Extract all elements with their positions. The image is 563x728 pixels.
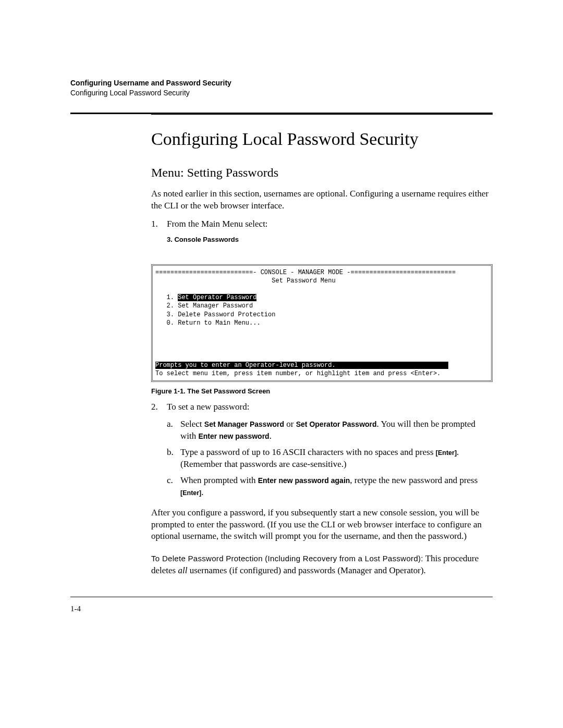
prompt-line: Prompts you to enter an Operator-level p…: [155, 362, 448, 369]
substep-text: Type a password of up to 16 ASCII charac…: [180, 447, 493, 471]
intro-paragraph: As noted earlier in this section, userna…: [151, 188, 493, 212]
console-text: ==========================- CONSOLE - MA…: [155, 268, 488, 378]
step-2: 2. To set a new password:: [151, 401, 493, 413]
figure-caption: Figure 1-1. The Set Password Screen: [151, 387, 493, 395]
subsection-heading: Menu: Setting Passwords: [151, 166, 493, 180]
step-number: 2.: [151, 401, 167, 413]
section-title-header: Configuring Local Password Security: [70, 88, 493, 98]
section-heading: Configuring Local Password Security: [151, 129, 493, 149]
page-footer: 1-4: [70, 597, 493, 613]
step-text: To set a new password:: [167, 401, 493, 413]
document-page: Configuring Username and Password Securi…: [0, 0, 563, 728]
after-paragraph: After you configure a password, if you s…: [151, 507, 493, 543]
console-screenshot: ==========================- CONSOLE - MA…: [151, 264, 493, 382]
substep-text: Select Set Manager Password or Set Opera…: [180, 418, 493, 442]
selected-menu-item: Set Operator Password: [178, 294, 256, 301]
substep-letter: b.: [167, 447, 180, 471]
substep-letter: c.: [167, 475, 180, 499]
chapter-title: Configuring Username and Password Securi…: [70, 78, 493, 88]
page-number: 1-4: [70, 604, 493, 613]
step-list: 1. From the Main Menu select:: [151, 218, 493, 230]
content-top-rule: [151, 114, 493, 115]
running-header: Configuring Username and Password Securi…: [70, 78, 493, 98]
footer-rule: [70, 597, 493, 597]
step-text: From the Main Menu select:: [167, 218, 493, 230]
substep-a: a. Select Set Manager Password or Set Op…: [167, 418, 493, 442]
content-column: Configuring Local Password Security Menu…: [151, 114, 493, 577]
step-number: 1.: [151, 218, 167, 230]
delete-heading: To Delete Password Protection (Including…: [151, 554, 423, 563]
substep-list: a. Select Set Manager Password or Set Op…: [151, 418, 493, 499]
menu-path: 3. Console Passwords: [167, 236, 493, 243]
substep-c: c. When prompted with Enter new password…: [167, 475, 493, 499]
substep-text: When prompted with Enter new password ag…: [180, 475, 493, 499]
delete-paragraph: To Delete Password Protection (Including…: [151, 553, 493, 577]
step-list-2: 2. To set a new password:: [151, 401, 493, 413]
substep-letter: a.: [167, 418, 180, 442]
step-1: 1. From the Main Menu select:: [151, 218, 493, 230]
substep-b: b. Type a password of up to 16 ASCII cha…: [167, 447, 493, 471]
